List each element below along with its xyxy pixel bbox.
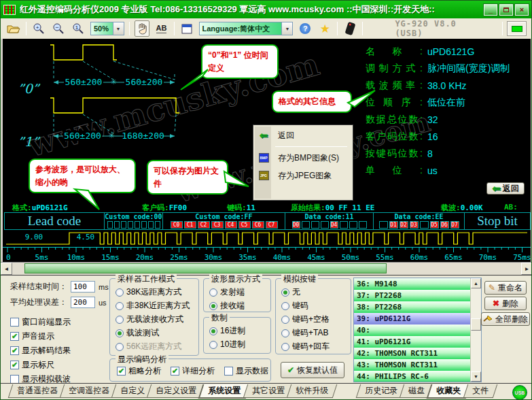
tab-软件升级[interactable]: 软件升级 — [287, 384, 337, 398]
list-item[interactable]: 39: uPD6121G — [354, 313, 471, 324]
sample-end-time-input[interactable] — [71, 281, 95, 293]
chevron-down-icon[interactable]: ▼ — [113, 22, 124, 35]
callout-text: 参考波形，是可以放大、缩小的哟 — [35, 165, 125, 187]
tab-空调遥控器[interactable]: 空调遥控器 — [60, 384, 118, 398]
scroll-left-button[interactable]: ◄ — [1, 263, 12, 275]
zoom-in-button[interactable]: + — [31, 20, 46, 37]
back-button[interactable]: ⇐ 返回 — [486, 182, 525, 195]
label-tool-button[interactable]: AB — [154, 20, 169, 37]
radio-label: 键码 — [292, 300, 308, 312]
check-icon: ✔ — [287, 365, 294, 375]
sim-key-option[interactable]: 键码+空格 — [281, 314, 351, 325]
radix-option[interactable]: 16进制 — [209, 325, 270, 337]
chevron-down-icon[interactable]: ▼ — [281, 22, 292, 35]
favorite-button[interactable]: ★ — [317, 20, 332, 37]
help-button[interactable]: ? — [298, 20, 313, 37]
radio-icon — [209, 288, 217, 297]
scrollbar-thumb[interactable] — [24, 263, 387, 273]
bit-cell — [141, 221, 147, 229]
wave-display-option[interactable]: 发射端 — [209, 286, 270, 298]
close-button[interactable]: × — [515, 4, 529, 16]
list-item[interactable]: 40: — [354, 324, 471, 336]
bit-cell — [379, 221, 388, 229]
minimize-button[interactable]: _ — [484, 4, 497, 16]
parameter-label: 调制方式 — [366, 63, 423, 75]
sampler-mode-option[interactable]: 无载波接收方式 — [116, 314, 198, 325]
bit-cell — [349, 221, 357, 229]
svg-text:✳: ✳ — [110, 78, 116, 86]
open-file-button[interactable] — [6, 20, 21, 37]
checkbox-option[interactable]: ✔声音提示 — [10, 331, 54, 342]
rename-button[interactable]: ✎重命名 — [484, 281, 527, 295]
delete-button[interactable]: ✖删除 — [484, 297, 527, 310]
radio-icon — [116, 288, 124, 297]
sampler-mode-option[interactable]: 非38K近距离方式 — [116, 300, 198, 312]
scroll-up-button[interactable]: ▲ — [471, 278, 481, 288]
analysis-checks: ✔粗略分析✔详细分析显示数据 — [110, 365, 270, 378]
checkbox-option[interactable]: 显示数据 — [224, 365, 268, 377]
zoom-reset-button[interactable]: 1 — [71, 20, 86, 37]
field-unit: us — [99, 299, 107, 307]
avg-error-input[interactable] — [71, 297, 95, 308]
language-value: Language:简体中文 — [200, 24, 273, 34]
svg-text:560±200: 560±200 — [64, 131, 101, 141]
zoom-out-button[interactable]: − — [51, 20, 66, 37]
menu-item[interactable]: JPG存为JPEG图象 — [255, 167, 351, 184]
maximize-button[interactable] — [499, 4, 513, 16]
checkbox-option[interactable]: ✔显示标尺 — [10, 359, 54, 371]
tab-普通遥控器[interactable]: 普通遥控器 — [8, 384, 67, 398]
help-icon: ? — [300, 23, 311, 34]
svg-text:1680±200: 1680±200 — [122, 131, 164, 141]
tab-历史记录[interactable]: 历史记录 — [356, 384, 406, 398]
bit-cell: D5 — [430, 221, 439, 229]
list-item[interactable]: 38: PT2268 — [354, 301, 471, 313]
menu-item[interactable]: ⇐返回 — [255, 127, 351, 144]
waveform-scrollbar[interactable]: ◄ ► — [1, 262, 532, 275]
list-item[interactable]: 37: PT2268 — [354, 290, 471, 301]
history-list[interactable]: 36: M914837: PT226838: PT226839: uPD6121… — [353, 278, 482, 382]
checkbox-option[interactable]: ✔粗略分析 — [117, 365, 161, 377]
restore-defaults-button[interactable]: ✔ 恢复默认值 — [281, 362, 344, 378]
history-scrollbar[interactable]: ▲ ▼ — [470, 278, 481, 382]
wave-display-group: 波形显示方式发射端接收端 — [203, 278, 271, 312]
sim-key-option[interactable]: 键码 — [281, 300, 351, 312]
list-item[interactable]: 41: uPD6121G — [354, 336, 471, 348]
delete-all-button[interactable]: 全部删除 — [481, 312, 530, 326]
tab-文件[interactable]: 文件 — [463, 384, 497, 398]
checkbox-option[interactable]: ✔显示解码结果 — [10, 345, 71, 356]
list-item[interactable]: 42: THOMSON RCT311 — [354, 348, 471, 359]
sim-key-option[interactable]: 键码+回车 — [281, 341, 351, 352]
language-select[interactable]: Language:简体中文 ▼ — [199, 22, 294, 35]
wave-display-option[interactable]: 接收端 — [209, 300, 270, 312]
scroll-down-button[interactable]: ▼ — [471, 371, 481, 382]
radix-option[interactable]: 10进制 — [209, 339, 270, 350]
tab-系统设置[interactable]: 系统设置 — [198, 384, 251, 399]
window-view-button[interactable] — [179, 20, 194, 37]
svg-text:560±200: 560±200 — [65, 77, 103, 87]
sampler-mode-option[interactable]: 载波测试 — [116, 327, 198, 339]
reference-waveform-panel: www.mcusky.com www.mcusky.com ✳560±20056… — [3, 39, 531, 201]
remote-test-button[interactable] — [342, 20, 357, 37]
tab-其它设置[interactable]: 其它设置 — [243, 384, 294, 398]
scrollbar-track[interactable] — [12, 263, 521, 275]
list-item[interactable]: 44: PHILIPS RC-6 — [354, 371, 471, 382]
sim-key-option[interactable]: 无 — [281, 286, 351, 298]
bit-cell: C3 — [211, 221, 224, 229]
sampler-mode-option[interactable]: 38K远距离方式 — [116, 286, 198, 298]
parameter-row: 按键码位数8 — [366, 145, 532, 162]
checkbox-option[interactable]: ✔详细分析 — [171, 365, 215, 377]
checkbox-option[interactable]: 窗口前端显示 — [10, 316, 71, 328]
pan-tool-button[interactable] — [135, 20, 149, 37]
tab-自定义设置[interactable]: 自定义设置 — [147, 384, 205, 398]
list-item[interactable]: 43: THOMSON RCT311 — [354, 359, 471, 371]
list-item[interactable]: 36: M9148 — [354, 278, 471, 290]
radio-label: 载波测试 — [126, 327, 159, 339]
scroll-right-button[interactable]: ► — [521, 263, 532, 275]
zoom-level-select[interactable]: 50% ▼ — [90, 22, 124, 35]
connection-indicator[interactable] — [508, 22, 526, 35]
scrollbar-thumb[interactable] — [471, 318, 481, 331]
menu-item[interactable]: BMP存为BMP图象(S) — [255, 149, 351, 167]
sim-key-option[interactable]: 键码+TAB — [281, 327, 351, 339]
scrollbar-track[interactable] — [471, 288, 481, 371]
radix-title: 数制 — [209, 312, 230, 324]
